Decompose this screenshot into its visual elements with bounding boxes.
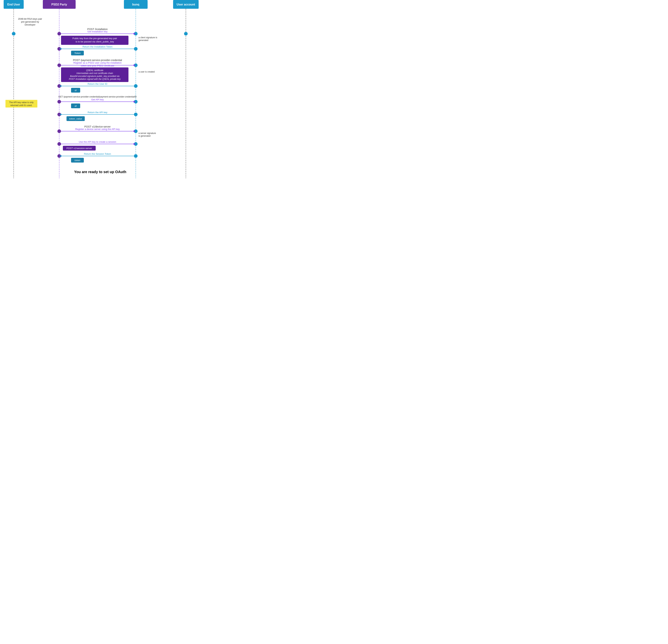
return-api-key-label: Return the API key: [88, 111, 107, 114]
svg-marker-33: [59, 155, 61, 157]
circle-bunq-9: [134, 154, 138, 158]
qseal-line1: QSEAL certificate: [86, 69, 104, 72]
id-badge-1: id: [75, 89, 77, 92]
circle-bunq-4: [134, 84, 138, 88]
api-key-note-line1: The API key value is only: [9, 101, 33, 104]
circle-psd2-4: [57, 84, 61, 88]
svg-marker-9: [134, 33, 136, 35]
token-value-badge: token_value: [69, 117, 82, 120]
post-installation-label: POST /installation: [87, 28, 108, 31]
client-sig-text-line1: a client signature is: [138, 36, 157, 39]
circle-bunq-5: [134, 100, 138, 104]
token-badge-2: token: [75, 159, 80, 162]
circle-user-account-1: [184, 32, 188, 35]
post-psp-credential-label: POST /payment-service-provider-credentia…: [73, 59, 122, 62]
get-installation-key-label: Get installation key: [88, 30, 107, 33]
circle-psd2-3: [57, 63, 61, 67]
circle-bunq-6: [134, 113, 138, 116]
post-device-server-label: POST v1/device-server: [85, 125, 111, 128]
return-installation-token-label: Return the Installation Token: [82, 45, 112, 48]
public-key-note-line1: Public key from the pre-generated key pa…: [73, 37, 117, 40]
svg-rect-16: [61, 68, 128, 82]
public-key-note-line2: is to be passed via client_public_key: [76, 40, 114, 43]
circle-psd2-6: [57, 113, 61, 116]
client-sig-text-line2: generated: [138, 39, 148, 42]
end-user-header: End User: [7, 3, 20, 6]
svg-rect-23: [5, 100, 37, 107]
api-key-note-line2: returned until it's used.: [10, 104, 32, 107]
svg-marker-25: [59, 114, 61, 115]
svg-rect-13: [71, 51, 84, 55]
register-psd2-label-line2: token and your PSD2 certificate: [81, 64, 114, 67]
svg-marker-12: [59, 48, 61, 50]
server-sig-text-line1: a server signature: [138, 132, 156, 134]
svg-marker-21: [134, 101, 136, 103]
svg-rect-2: [124, 0, 148, 9]
qseal-line3: Base64 encoded signature public_key prov…: [70, 75, 120, 77]
circle-psd2-2: [57, 47, 61, 51]
circle-psd2-5: [57, 100, 61, 104]
psd2-header: PSD2 Party: [51, 3, 67, 6]
circle-psd2-8: [57, 142, 61, 146]
qseal-line2: Intermediate and root certificate chain: [77, 72, 113, 75]
user-account-header: User account: [177, 3, 195, 6]
svg-rect-26: [66, 116, 85, 121]
id-badge-2: id: [75, 105, 77, 107]
svg-rect-31: [63, 146, 96, 151]
qseal-line4: POST /installation signed with the QSEAL…: [69, 78, 121, 80]
svg-rect-0: [4, 0, 24, 9]
svg-rect-22: [71, 104, 80, 108]
circle-bunq-8: [134, 142, 138, 146]
circle-end-user-1: [12, 32, 15, 35]
svg-rect-10: [61, 36, 128, 45]
return-user-id-label: Return the User ID: [88, 83, 107, 85]
use-api-key-session-label: Use the API key to create a session: [79, 140, 116, 143]
token-badge: Token: [74, 52, 81, 55]
post-session-server-badge: POST v1/session-server: [66, 147, 92, 150]
footer-text: You are ready to set up OAuth: [74, 170, 126, 174]
svg-rect-19: [71, 88, 80, 93]
bunq-header: bunq: [132, 3, 139, 6]
register-psd2-label-line1: Register as a PSD2 user using the instal…: [73, 61, 122, 64]
circle-psd2-7: [57, 130, 61, 133]
circle-psd2-1: [57, 32, 61, 35]
rsa-note-line3: Developer: [25, 23, 35, 26]
get-psp-cred-label: GET /payment-service-provider-credential…: [58, 95, 137, 98]
circle-psd2-9: [57, 154, 61, 158]
circle-bunq-3: [134, 63, 138, 67]
svg-marker-18: [59, 85, 61, 87]
svg-marker-28: [134, 130, 136, 132]
circle-bunq-2: [134, 47, 138, 51]
svg-rect-34: [71, 158, 84, 163]
register-device-server-label: Register a device server using the API k…: [75, 128, 120, 131]
svg-rect-3: [173, 0, 199, 9]
svg-marker-15: [134, 64, 136, 66]
svg-rect-1: [43, 0, 76, 9]
circle-bunq-7: [134, 130, 138, 133]
circle-bunq-1: [134, 32, 138, 35]
rsa-note-line1: 2048-bit RSA keys pair: [18, 17, 42, 20]
svg-marker-30: [134, 143, 136, 145]
return-session-token-label: Return the Session Token: [84, 152, 111, 155]
get-api-key-label: Get API key: [91, 98, 104, 101]
rsa-note-line2: pre-generated by: [21, 20, 39, 23]
server-sig-text-line2: is generated: [138, 135, 151, 137]
user-created-text: a user is created: [138, 71, 155, 73]
